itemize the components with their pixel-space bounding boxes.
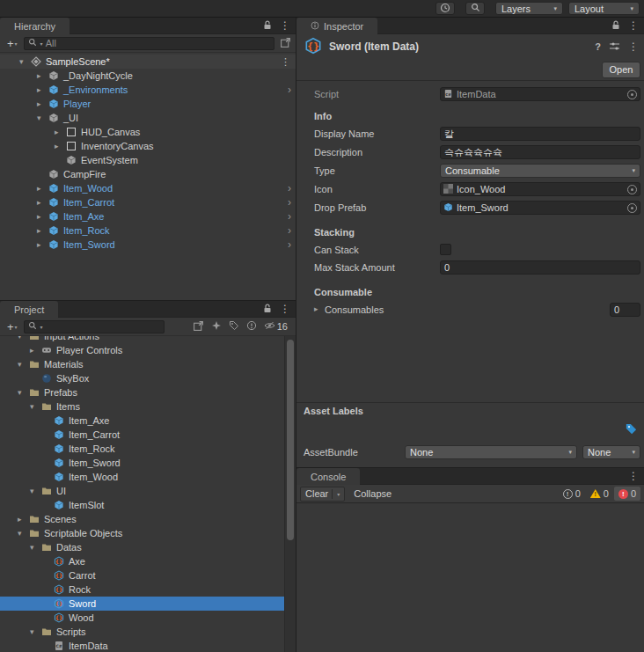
foldout-arrow[interactable]: ▸ [37, 238, 48, 252]
foldout-arrow[interactable]: ▸ [18, 512, 29, 526]
project-row-SkyBox[interactable]: SkyBox [0, 371, 284, 385]
foldout-arrow[interactable]: ▾ [30, 540, 41, 554]
lock-icon[interactable] [611, 20, 620, 32]
lock-icon[interactable] [263, 304, 272, 315]
foldout-arrow[interactable]: ▸ [37, 181, 48, 195]
project-row-Item_Rock[interactable]: Item_Rock [0, 442, 284, 456]
foldout-arrow[interactable]: ▾ [37, 111, 48, 125]
prefab-open-chevron[interactable]: › [288, 238, 291, 252]
hierarchy-row-EventSystem[interactable]: EventSystem [0, 153, 296, 167]
info-filter-button[interactable]: ! 0 [559, 487, 585, 501]
project-row-Materials[interactable]: ▾Materials [0, 357, 284, 371]
search-by-type-icon[interactable] [211, 320, 222, 333]
foldout-arrow[interactable]: ▾ [18, 526, 29, 540]
drop-prefab-object-field[interactable]: Item_Sword [440, 201, 640, 215]
panel-menu-icon[interactable]: ⋮ [628, 18, 639, 34]
hierarchy-row-InventoryCanvas[interactable]: ▸InventoryCanvas [0, 139, 296, 153]
type-dropdown[interactable]: Consumable ▾ [440, 164, 640, 178]
foldout-arrow[interactable]: ▸ [37, 83, 48, 97]
tab-project[interactable]: Project [0, 301, 58, 318]
project-row-UI[interactable]: ▾UI [0, 484, 284, 498]
project-row-Items[interactable]: ▾Items [0, 399, 284, 414]
project-row-Scripts[interactable]: ▾Scripts [0, 625, 284, 639]
layout-dropdown[interactable]: Layout ▾ [568, 2, 640, 15]
project-row-ItemData[interactable]: C#ItemData [0, 639, 284, 652]
hierarchy-row-Item_Wood[interactable]: ▸Item_Wood› [0, 181, 296, 195]
hierarchy-search-input[interactable]: ▾ All [24, 37, 274, 50]
open-search-window-icon[interactable] [280, 37, 291, 50]
scene-menu-icon[interactable]: ⋮ [281, 55, 290, 69]
prefab-open-chevron[interactable]: › [288, 195, 291, 209]
foldout-arrow[interactable]: ▾ [18, 357, 29, 371]
warning-filter-button[interactable]: 0 [586, 487, 613, 501]
collapse-button[interactable]: Collapse [348, 487, 397, 502]
layers-dropdown[interactable]: Layers ▾ [495, 2, 563, 15]
object-picker-icon[interactable] [627, 185, 637, 194]
hierarchy-row-SampleScene*[interactable]: ▾SampleScene*⋮ [0, 55, 296, 69]
global-search-button[interactable] [465, 2, 485, 15]
assetbundle-dropdown[interactable]: None ▾ [405, 445, 577, 459]
project-row-Scriptable-Objects[interactable]: ▾Scriptable Objects [0, 526, 284, 540]
foldout-arrow[interactable]: ▾ [18, 385, 29, 399]
project-row-Sword[interactable]: {}Sword [0, 597, 284, 611]
project-search-input[interactable]: ▾ [24, 320, 165, 333]
foldout-arrow[interactable]: ▸ [55, 125, 66, 139]
search-by-label-icon[interactable] [229, 320, 239, 333]
console-log-area[interactable] [296, 503, 644, 652]
open-button[interactable]: Open [602, 62, 640, 78]
hierarchy-row-Item_Rock[interactable]: ▸Item_Rock› [0, 223, 296, 238]
panel-menu-icon[interactable]: ⋮ [280, 301, 290, 318]
prefab-open-chevron[interactable]: › [288, 209, 291, 223]
object-picker-icon[interactable] [627, 90, 637, 99]
hierarchy-row-HUD_Canvas[interactable]: ▸HUD_Canvas [0, 125, 296, 139]
tab-hierarchy[interactable]: Hierarchy [0, 18, 70, 34]
foldout-arrow[interactable]: ▸ [30, 343, 41, 357]
project-row-Item_Sword[interactable]: Item_Sword [0, 456, 284, 470]
project-row-Player-Controls[interactable]: ▸Player Controls [0, 343, 284, 357]
description-field[interactable]: 슥슈슉슉슈슉 [440, 145, 640, 159]
hierarchy-row-Item_Sword[interactable]: ▸Item_Sword› [0, 238, 296, 252]
scrollbar-thumb[interactable] [287, 340, 294, 540]
max-stack-field[interactable]: 0 [440, 260, 640, 275]
foldout-arrow[interactable]: ▸ [37, 209, 48, 223]
alert-icon[interactable] [246, 320, 257, 333]
prefab-open-chevron[interactable]: › [288, 181, 291, 195]
hierarchy-row-_DayNightCycle[interactable]: ▸_DayNightCycle [0, 69, 296, 83]
foldout-arrow[interactable]: ▾ [30, 625, 41, 639]
presets-icon[interactable] [609, 41, 620, 53]
foldout-arrow[interactable]: ▾ [19, 55, 31, 69]
prefab-open-chevron[interactable]: › [288, 83, 291, 97]
create-button[interactable]: + ▾ [4, 320, 20, 333]
icon-object-field[interactable]: Icon_Wood [440, 182, 640, 196]
hierarchy-row-_UI[interactable]: ▾_UI [0, 111, 296, 125]
can-stack-checkbox[interactable] [440, 244, 451, 255]
panel-menu-icon[interactable]: ⋮ [280, 18, 290, 34]
project-row-Carrot[interactable]: {}Carrot [0, 568, 284, 582]
project-row-Axe[interactable]: {}Axe [0, 554, 284, 568]
foldout-arrow[interactable]: ▸ [37, 195, 48, 209]
foldout-arrow[interactable]: ▸ [314, 304, 318, 313]
label-tag-icon[interactable] [625, 422, 638, 437]
project-row-Item_Carrot[interactable]: Item_Carrot [0, 428, 284, 442]
component-menu-icon[interactable]: ⋮ [628, 39, 639, 55]
hidden-packages-toggle[interactable]: 16 [264, 320, 288, 333]
foldout-arrow[interactable]: ▸ [37, 97, 48, 111]
error-filter-button[interactable]: ! 0 [614, 487, 640, 501]
project-row-Item_Wood[interactable]: Item_Wood [0, 470, 284, 484]
foldout-arrow[interactable]: ▾ [30, 399, 41, 414]
project-row-Wood[interactable]: {}Wood [0, 611, 284, 625]
hierarchy-row-Player[interactable]: ▸Player [0, 97, 296, 111]
create-button[interactable]: + ▾ [4, 37, 20, 50]
script-field[interactable]: C# ItemData [440, 87, 640, 101]
prefab-open-chevron[interactable]: › [288, 223, 291, 238]
tab-inspector[interactable]: Inspector [296, 18, 377, 34]
help-icon[interactable]: ? [595, 41, 601, 52]
project-row-Prefabs[interactable]: ▾Prefabs [0, 385, 284, 399]
hierarchy-row-Item_Axe[interactable]: ▸Item_Axe› [0, 209, 296, 223]
project-row-Item_Axe[interactable]: Item_Axe [0, 414, 284, 428]
project-row-Datas[interactable]: ▾Datas [0, 540, 284, 554]
undo-history-button[interactable] [435, 2, 455, 15]
open-search-window-icon[interactable] [193, 320, 204, 333]
foldout-arrow[interactable]: ▾ [30, 484, 41, 498]
hierarchy-row-Item_Carrot[interactable]: ▸Item_Carrot› [0, 195, 296, 209]
